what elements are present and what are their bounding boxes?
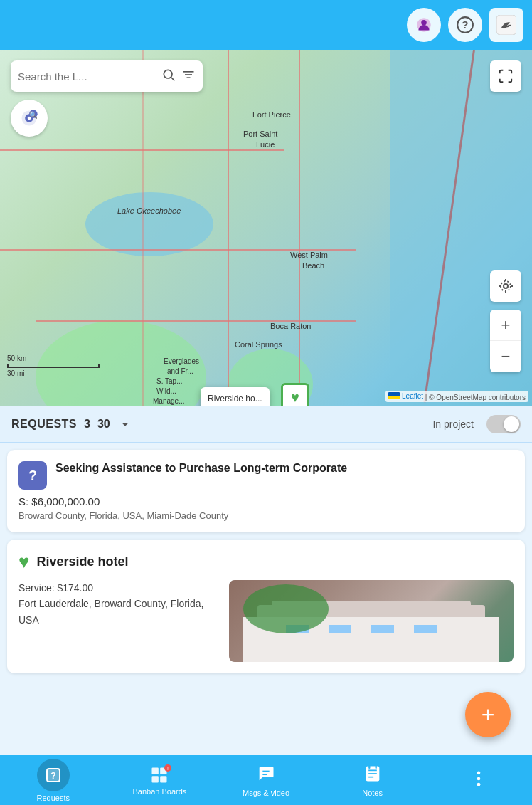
svg-text:!: ! [167,766,169,771]
card2-heart-icon: ♥ [18,551,29,573]
leaflet-link[interactable]: Leaflet [402,392,423,400]
zoom-in-button[interactable]: + [490,310,521,341]
svg-point-39 [477,783,481,786]
card2-location: Fort Lauderdale, Broward County, Florida… [18,598,203,625]
map-label-west-palm: West Palm [290,251,328,259]
card2-hotel-header: ♥ Riverside hotel [18,551,514,573]
scale-30mi: 30 mi [7,369,100,377]
svg-rect-25 [152,776,159,782]
card1-header: ? Seeking Assistance to Purchase Long-te… [18,461,514,490]
card1-title: Seeking Assistance to Purchase Long-term… [55,461,347,476]
user-icon-button[interactable] [407,8,441,42]
nav-item-msgs[interactable]: Msgs & video [213,764,319,797]
nav-icon-wrap-requests: ? [37,759,70,791]
requests-count2: 30 [97,418,110,431]
requests-count1: 3 [84,418,90,431]
map-label-stap: S. Tap... [156,377,183,385]
map-label-coral-springs: Coral Springs [235,340,282,349]
nav-label-msgs: Msgs & video [243,789,289,797]
map-popup[interactable]: Riverside ho... Relaxing tri... Seeking … [201,387,270,406]
map-label-lucie: Lucie [256,140,275,149]
nav-icon-wrap-more [469,769,489,791]
svg-point-16 [501,281,511,291]
map-label-lake-okeechobee: Lake Okeechobee [117,206,181,215]
nav-icon-wrap-notes [363,764,383,786]
nav-label-notes: Notes [362,789,383,797]
map-search-bar[interactable] [11,60,203,92]
attribution-text: | © OpenStreetMap contributors [425,393,526,401]
map-scale: 50 km 30 mi [7,354,100,377]
fullscreen-button[interactable] [490,60,521,92]
nav-msgs-icon [256,764,276,784]
card2-image-row: Service: $174.00 Fort Lauderdale, Browar… [18,580,514,662]
fab-button[interactable]: + [465,692,511,737]
card1-location: Broward County, Florida, USA, Miami-Dade… [18,510,514,521]
nav-notes-icon [363,764,383,784]
requests-bar: REQUESTS 3 30 In project [0,406,532,443]
map-road-v1 [299,50,300,406]
map-label-everglades: Everglades [164,357,199,365]
svg-rect-26 [161,776,167,782]
in-project-toggle[interactable] [486,415,521,433]
search-input[interactable] [18,70,156,83]
svg-point-5 [164,70,172,78]
gps-button[interactable] [490,270,521,302]
nav-item-requests[interactable]: ? Requests [0,759,107,802]
hotel-image-placeholder [229,580,514,662]
requests-label: REQUESTS [11,418,77,431]
map-lake [85,192,213,256]
filter-icon[interactable] [181,68,196,85]
nav-more-icon [469,769,489,789]
nav-banban-notification: ! [164,764,172,772]
zoom-out-button[interactable]: − [490,341,521,372]
request-card-2: ♥ Riverside hotel Service: $174.00 Fort … [7,540,525,673]
popup-item-1: Riverside ho... [208,391,262,406]
map-road-v3 [142,50,144,406]
map-road-v2 [228,50,229,406]
map-label-fort-pierce: Fort Pierce [252,110,291,119]
nav-item-more[interactable] [425,769,532,791]
svg-point-1 [421,20,427,26]
toggle-knob [504,416,519,432]
search-icon[interactable] [161,68,176,85]
card2-service: Service: $174.00 Fort Lauderdale, Browar… [18,580,220,628]
top-header: ? [0,0,532,50]
card1-icon-box: ? [18,461,47,490]
requests-dropdown-button[interactable] [117,416,133,432]
nav-label-requests: Requests [37,794,70,802]
zoom-controls: + − [490,310,521,372]
card2-image [229,580,514,662]
svg-text:?: ? [462,19,468,31]
map-attribution: Leaflet | © OpenStreetMap contributors [385,391,528,403]
nav-label-banban: Banban Boards [132,787,186,796]
nav-item-notes[interactable]: Notes [319,764,426,797]
bird-icon-button[interactable] [489,8,523,42]
map-container[interactable]: Fort Pierce Port Saint Lucie Lake Okeech… [0,50,532,406]
nav-icon-wrap-banban: ! [149,765,169,785]
card1-price: S: $6,000,000.00 [18,495,514,507]
nav-icon-wrap-msgs [256,764,276,786]
svg-point-15 [504,284,508,288]
map-label-beach: Beach [302,261,324,270]
help-icon-button[interactable]: ? [448,8,482,42]
nav-item-banban[interactable]: ! Banban Boards [107,765,213,796]
svg-rect-36 [375,765,376,769]
svg-text:🔍: 🔍 [29,111,38,120]
content-area: ? Seeking Assistance to Purchase Long-te… [0,443,532,755]
svg-point-37 [477,772,481,775]
map-label-and-fr: and Fr... [167,367,193,375]
in-project-label: In project [432,419,474,430]
map-marker-heart[interactable]: ♥ [281,383,309,406]
map-label-port-saint: Port Saint [243,130,277,138]
nav-requests-icon: ? [45,767,62,784]
card2-text-col: Service: $174.00 Fort Lauderdale, Browar… [18,580,220,662]
card2-hotel-name: Riverside hotel [36,554,128,569]
request-card-1: ? Seeking Assistance to Purchase Long-te… [7,450,525,532]
scale-50km: 50 km [7,354,100,362]
svg-rect-23 [152,767,159,774]
map-location-icon[interactable]: 🔍 [11,100,48,137]
scale-bar [7,364,100,368]
map-label-manage: Manage... [153,397,184,405]
svg-text:?: ? [50,770,56,781]
card1-question-icon: ? [28,468,37,484]
